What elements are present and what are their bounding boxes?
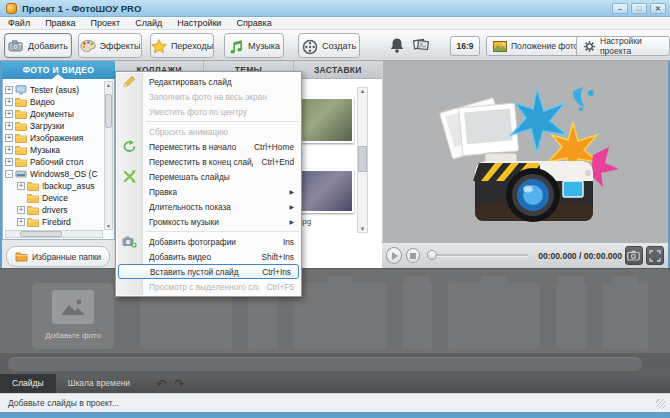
tree-item[interactable]: -Windows8_OS (C <box>5 168 101 180</box>
menu-item-shortcut: Ctrl+Home <box>246 142 294 152</box>
folder-icon <box>27 205 39 215</box>
tree-expander[interactable]: + <box>5 134 13 142</box>
tree-horizontal-scrollbar[interactable] <box>5 230 103 238</box>
tree-expander[interactable]: + <box>5 110 13 118</box>
stop-button[interactable] <box>406 248 420 263</box>
toolbar: ДобавитьЭффектыПереходыМузыкаСоздать 16:… <box>0 30 670 61</box>
close-button[interactable]: ✕ <box>650 3 666 14</box>
fullscreen-button[interactable] <box>646 246 664 265</box>
tree-expander[interactable]: + <box>5 158 13 166</box>
add-photo-tile[interactable]: Добавьте фото <box>32 283 114 349</box>
tree-item[interactable]: +Tester (asus) <box>5 84 101 96</box>
project-settings-button[interactable]: Настройки проекта <box>576 36 670 56</box>
context-menu-item[interactable]: Просмотр с выделенного слайдаCtrl+F5 <box>116 279 301 294</box>
context-menu-item[interactable]: Переместить в началоCtrl+Home <box>116 139 301 154</box>
menu-item-label: Перемешать слайды <box>149 172 230 182</box>
menu-separator <box>146 231 299 232</box>
tree-item[interactable]: Device <box>5 192 101 204</box>
aspect-ratio-button[interactable]: 16:9 <box>450 36 480 56</box>
context-menu-item[interactable]: Громкость музыки▶ <box>116 214 301 229</box>
photo-position-button[interactable]: Положение фото <box>486 36 585 56</box>
context-menu-item[interactable]: Правка▶ <box>116 184 301 199</box>
menu-item-label: Сбросить анимацию <box>149 127 228 137</box>
submenu-arrow-icon: ▶ <box>289 218 294 225</box>
tree-item[interactable]: +Видео <box>5 96 101 108</box>
seek-slider[interactable] <box>428 254 528 257</box>
placeholder-tab <box>612 276 638 284</box>
playback-controls: 00:00.000 / 00:00.000 <box>382 242 668 268</box>
notifications-bell-icon[interactable] <box>388 36 406 54</box>
menubar-item[interactable]: Проект <box>91 18 121 28</box>
tree-item[interactable]: +Музыка <box>5 144 101 156</box>
tree-expander[interactable]: + <box>5 122 13 130</box>
context-menu-item[interactable]: Длительность показа▶ <box>116 199 301 214</box>
transition-placeholder <box>402 283 432 349</box>
library-tab[interactable]: ЗАСТАВКИ <box>294 61 382 78</box>
toolbar-button-label: Добавить <box>28 41 68 51</box>
maximize-button[interactable]: □ <box>631 3 647 14</box>
file-list-scrollbar[interactable]: ▲▼ <box>357 87 368 233</box>
tree-item[interactable]: +Firebird <box>5 216 101 228</box>
scroll-thumb[interactable] <box>20 231 62 237</box>
menubar-item[interactable]: Файл <box>8 18 30 28</box>
redo-icon[interactable]: ↷ <box>174 377 184 391</box>
play-button[interactable] <box>386 247 402 264</box>
toolbar-button[interactable]: Музыка <box>224 33 284 58</box>
menu-item-label: Длительность показа <box>149 202 231 212</box>
tree-expander[interactable]: + <box>5 98 13 106</box>
menubar-item[interactable]: Справка <box>236 18 271 28</box>
context-menu-item[interactable]: Редактировать слайд <box>116 74 301 89</box>
tree-expander[interactable]: + <box>17 206 25 214</box>
toolbar-button[interactable]: Добавить <box>4 33 72 58</box>
scroll-thumb[interactable] <box>8 357 642 371</box>
timeline-tab[interactable]: Слайды <box>0 374 56 393</box>
slide-context-menu: Редактировать слайдЗаполнить фото на вес… <box>115 71 302 297</box>
folder-icon <box>15 97 27 107</box>
seek-knob[interactable] <box>427 250 437 260</box>
scroll-thumb[interactable] <box>358 146 367 172</box>
tree-vertical-scrollbar[interactable]: ▲▼ <box>104 81 113 230</box>
tree-item[interactable]: +Рабочий стол <box>5 156 101 168</box>
folder-icon <box>27 181 39 191</box>
photos-stack-icon[interactable] <box>412 36 430 54</box>
menubar-item[interactable]: Настройки <box>177 18 221 28</box>
context-menu-item[interactable]: Добавить видеоShift+Ins <box>116 249 301 264</box>
menubar-item[interactable]: Слайд <box>135 18 162 28</box>
minimize-button[interactable]: – <box>612 3 628 14</box>
context-menu-item[interactable]: Уместить фото по центру <box>116 104 301 119</box>
scroll-thumb[interactable] <box>105 94 112 128</box>
undo-icon[interactable]: ↶ <box>156 377 166 391</box>
tree-item[interactable]: +!backup_asus <box>5 180 101 192</box>
favorite-folders-button[interactable]: Избранные папки <box>6 246 110 267</box>
timeline-horizontal-scrollbar[interactable] <box>0 353 670 374</box>
context-menu-item[interactable]: Переместить в конец слайд-шоуCtrl+End <box>116 154 301 169</box>
tree-expander[interactable]: + <box>5 146 13 154</box>
toolbar-button[interactable]: Создать <box>298 33 360 58</box>
timeline-tab[interactable]: Шкала времени <box>56 374 142 393</box>
window-title: Проект 1 - ФотоШОУ PRO <box>22 3 141 14</box>
tree-expander[interactable]: - <box>5 170 13 178</box>
tree-item[interactable]: +drivers <box>5 204 101 216</box>
tree-expander[interactable]: + <box>5 86 13 94</box>
snapshot-button[interactable] <box>625 246 643 265</box>
tree-expander[interactable]: + <box>17 218 25 226</box>
menu-item-label: Вставить пустой слайд <box>150 267 239 277</box>
transition-placeholder <box>556 283 586 349</box>
toolbar-button[interactable]: Переходы <box>150 33 214 58</box>
context-menu-item[interactable]: Заполнить фото на весь экран <box>116 89 301 104</box>
context-menu-item[interactable]: Вставить пустой слайдCtrl+Ins <box>118 264 299 279</box>
tree-item-label: Документы <box>30 109 74 119</box>
tree-expander[interactable]: + <box>17 182 25 190</box>
context-menu-item[interactable]: Перемешать слайды <box>116 169 301 184</box>
undo-redo-group: ↶↷ <box>156 374 184 393</box>
tree-item[interactable]: +Изображения <box>5 132 101 144</box>
music-note-icon <box>228 39 244 53</box>
toolbar-button[interactable]: Эффекты <box>78 33 142 58</box>
tree-item[interactable]: +Документы <box>5 108 101 120</box>
menubar-item[interactable]: Правка <box>45 18 75 28</box>
tree-item[interactable]: +Загрузки <box>5 120 101 132</box>
context-menu-item[interactable]: Сбросить анимацию <box>116 124 301 139</box>
resize-grip[interactable] <box>656 399 666 409</box>
context-menu-item[interactable]: Добавить фотографииIns <box>116 234 301 249</box>
tree-item-label: Device <box>42 193 68 203</box>
